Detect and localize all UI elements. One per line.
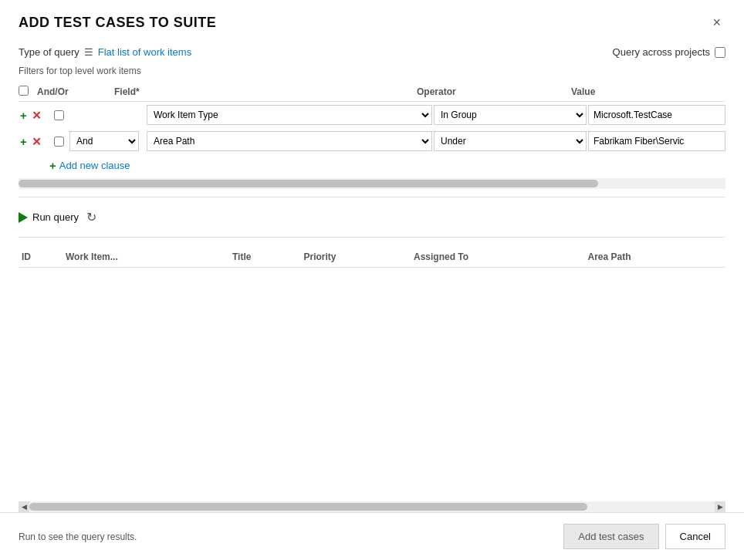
filter-row-2-field: Work Item Type Area Path Title State Pri… [145, 131, 432, 151]
col-assignedto: Assigned To [411, 247, 584, 268]
filter-row-2-value [587, 131, 725, 151]
filter-row-1-checkbox [49, 110, 68, 120]
dialog-title: ADD TEST CASES TO SUITE [19, 15, 216, 31]
add-test-cases-button[interactable]: Add test cases [563, 524, 658, 549]
add-clause-row[interactable]: + Add new clause [19, 154, 725, 172]
results-area: ID Work Item... Title Priority Assigned … [19, 245, 725, 497]
filter-row-2-operator: Under = != Under (including children) [432, 131, 587, 151]
add-clause-icon: + [49, 159, 56, 172]
add-clause-label: Add new clause [59, 160, 130, 171]
value-input-1[interactable] [588, 105, 725, 125]
divider-2 [19, 237, 725, 238]
results-table: ID Work Item... Title Priority Assigned … [19, 247, 725, 268]
row-1-checkbox[interactable] [54, 110, 64, 120]
dialog-container: ADD TEST CASES TO SUITE × Type of query … [0, 0, 744, 560]
run-query-label: Run query [32, 211, 79, 223]
top-scrollbar-thumb [19, 180, 598, 187]
results-header-row: ID Work Item... Title Priority Assigned … [19, 247, 725, 268]
footer-status: Run to see the query results. [19, 531, 137, 542]
delete-row-1-button[interactable]: ✕ [30, 110, 43, 121]
table-header: And/Or Field* Operator Value [19, 83, 725, 102]
footer-buttons: Add test cases Cancel [563, 524, 725, 549]
cancel-button[interactable]: Cancel [665, 524, 725, 549]
query-across-checkbox[interactable] [715, 47, 725, 58]
filter-row-1: + ✕ Work Item Type Area Path Title State… [19, 102, 725, 128]
operator-select-2[interactable]: Under = != Under (including children) [434, 131, 587, 151]
query-type-row: Type of query ☰ Flat list of work items … [19, 46, 725, 58]
field-select-2[interactable]: Work Item Type Area Path Title State Pri… [147, 131, 432, 151]
col-priority: Priority [300, 247, 411, 268]
filter-row-2-actions: + ✕ [19, 136, 49, 147]
dialog-footer: Run to see the query results. Add test c… [0, 512, 744, 560]
col-header-field: Field* [114, 86, 417, 97]
add-row-2-button[interactable]: + [19, 136, 29, 147]
andor-select-2[interactable]: And Or [69, 131, 139, 151]
filter-row-2-andor: And Or [68, 131, 145, 151]
field-select-1[interactable]: Work Item Type Area Path Title State Pri… [147, 105, 432, 125]
divider-1 [19, 197, 725, 197]
filter-row-1-field: Work Item Type Area Path Title State Pri… [145, 105, 432, 125]
dialog-header: ADD TEST CASES TO SUITE × [0, 0, 744, 39]
query-type-label: Type of query [19, 46, 79, 58]
list-icon: ☰ [84, 46, 93, 58]
header-checkbox[interactable] [19, 86, 29, 96]
run-query-button[interactable]: Run query [19, 211, 79, 223]
filter-row-1-value [587, 105, 725, 125]
col-title: Title [229, 247, 300, 268]
value-input-2[interactable] [588, 131, 725, 151]
filter-row-1-actions: + ✕ [19, 110, 49, 121]
scroll-right-button[interactable]: ▶ [715, 501, 725, 512]
run-query-row: Run query ↻ [19, 205, 725, 229]
add-row-1-button[interactable]: + [19, 110, 29, 121]
col-header-andor: And/Or [37, 86, 114, 97]
query-type-value[interactable]: Flat list of work items [98, 46, 191, 58]
bottom-scrollbar[interactable]: ◀ ▶ [19, 501, 725, 512]
delete-row-2-button[interactable]: ✕ [30, 136, 43, 147]
top-scrollbar[interactable] [19, 178, 725, 189]
col-header-checkbox [19, 86, 37, 98]
filter-row-2: + ✕ And Or Work Item Type Area Path [19, 128, 725, 154]
query-across-label: Query across projects [613, 46, 710, 58]
operator-select-1[interactable]: In Group = != In Not In [434, 105, 587, 125]
filter-row-1-operator: In Group = != In Not In [432, 105, 587, 125]
play-icon [19, 212, 28, 223]
col-areapath: Area Path [584, 247, 725, 268]
filter-rows: + ✕ Work Item Type Area Path Title State… [19, 102, 725, 154]
filter-row-2-checkbox [49, 137, 68, 147]
query-type-left: Type of query ☰ Flat list of work items [19, 46, 191, 58]
close-button[interactable]: × [708, 14, 725, 31]
query-across-right: Query across projects [613, 46, 725, 58]
col-id: ID [19, 247, 63, 268]
filters-label: Filters for top level work items [19, 66, 725, 76]
col-workitem: Work Item... [63, 247, 229, 268]
scroll-left-button[interactable]: ◀ [19, 501, 29, 512]
refresh-button[interactable]: ↻ [86, 210, 96, 224]
dialog-body: Type of query ☰ Flat list of work items … [0, 39, 744, 512]
row-2-checkbox[interactable] [54, 137, 64, 147]
col-header-value: Value [571, 86, 725, 97]
col-header-operator: Operator [417, 86, 571, 97]
bottom-scrollbar-thumb [29, 503, 587, 511]
